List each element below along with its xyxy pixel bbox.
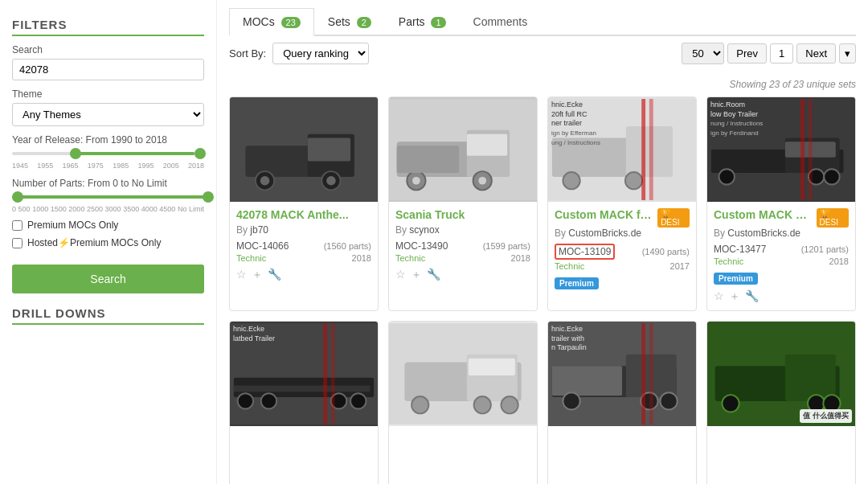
search-button[interactable]: Search <box>12 265 204 293</box>
add-icon-2[interactable]: ＋ <box>411 268 422 282</box>
lightning-icon: ⚡ <box>58 237 70 248</box>
card-4-premium-badge: Premium <box>714 273 758 285</box>
tab-mocs-badge: 23 <box>281 17 301 28</box>
drill-downs-title: DRILL DOWNS <box>12 306 204 325</box>
card-1-title[interactable]: 42078 MACK Anthe... <box>236 208 371 221</box>
page-number-button[interactable]: 1 <box>770 43 793 64</box>
hosted-premium-checkbox[interactable] <box>12 238 23 248</box>
card-2-image <box>389 97 537 202</box>
toolbar: Sort By: Query ranking 50 Prev 1 Next ▾ <box>229 36 856 71</box>
star-icon-4[interactable]: ☆ <box>714 289 724 304</box>
premium-only-label: Premium MOCs Only <box>27 219 118 231</box>
card-3-desi-badge: 🏆 DESI <box>657 208 690 228</box>
card-2-theme-year: Technic 2018 <box>395 253 530 263</box>
card-3-author: By CustomBricks.de <box>555 228 690 239</box>
page-size-select[interactable]: 50 <box>682 43 724 64</box>
card-8-body <box>707 426 855 484</box>
card-4: hnic.Roomlow Boy Trailernung / Instructi… <box>706 96 856 311</box>
card-1-theme: Technic <box>236 253 266 263</box>
svg-rect-11 <box>467 134 507 156</box>
card-2-theme: Technic <box>395 253 425 263</box>
tab-mocs[interactable]: MOCs 23 <box>229 8 314 36</box>
svg-rect-60 <box>785 355 836 401</box>
hosted-label: Hosted <box>27 237 58 248</box>
search-input[interactable] <box>12 59 204 80</box>
year-slider-label: Year of Release: From 1990 to 2018 <box>12 134 204 146</box>
svg-rect-35 <box>234 386 370 392</box>
card-4-parts: (1201 parts) <box>801 244 849 254</box>
card-6-body <box>389 426 537 484</box>
tab-mocs-label: MOCs <box>243 15 275 28</box>
year-ticks: 19451955196519751985199520052018 <box>12 162 204 170</box>
year-slider-container: 19451955196519751985199520052018 <box>12 152 204 170</box>
card-2-actions: ☆ ＋ 🔧 <box>395 268 530 282</box>
hosted-premium-row: Hosted ⚡ Premium MOCs Only <box>12 237 204 248</box>
svg-point-28 <box>719 169 735 184</box>
card-1: 42078 MACK Anthe... By jb70 MOC-14066 (1… <box>229 96 379 311</box>
card-1-theme-year: Technic 2018 <box>236 253 371 263</box>
premium2-label: Premium MOCs Only <box>70 237 161 248</box>
prev-button[interactable]: Prev <box>727 43 767 64</box>
parts-ticks: 050010001500200025003000350040004500No L… <box>12 205 204 213</box>
svg-point-46 <box>411 396 428 413</box>
svg-rect-22 <box>641 99 645 200</box>
next-button[interactable]: Next <box>796 43 836 64</box>
theme-label: Theme <box>12 88 204 100</box>
svg-rect-52 <box>552 366 622 396</box>
card-3-moc-id: MOC-13109 <box>555 244 615 260</box>
svg-point-36 <box>238 393 253 408</box>
pagination-dropdown-button[interactable]: ▾ <box>839 43 856 64</box>
add-icon-1[interactable]: ＋ <box>252 268 263 282</box>
svg-rect-16 <box>397 146 459 173</box>
card-1-body: 42078 MACK Anthe... By jb70 MOC-14066 (1… <box>230 202 378 289</box>
tab-comments[interactable]: Comments <box>460 8 542 36</box>
wrench-icon-1[interactable]: 🔧 <box>268 268 281 282</box>
svg-rect-45 <box>469 359 515 375</box>
tab-parts-badge: 1 <box>431 17 445 28</box>
parts-slider-container: 050010001500200025003000350040004500No L… <box>12 195 204 213</box>
svg-rect-40 <box>323 323 327 425</box>
tab-parts[interactable]: Parts 1 <box>385 8 460 36</box>
card-6 <box>388 321 538 484</box>
card-3-body: Custom MACK full R... 🏆 DESI By CustomBr… <box>548 202 696 296</box>
card-3-parts: (1490 parts) <box>642 247 690 256</box>
card-4-author: By CustomBricks.de <box>714 228 849 239</box>
card-4-year: 2018 <box>829 256 849 266</box>
card-2-year: 2018 <box>511 253 530 263</box>
card-4-actions: ☆ ＋ 🔧 <box>714 289 849 304</box>
tab-bar: MOCs 23 Sets 2 Parts 1 Comments <box>229 8 856 36</box>
card-4-moc-id: MOC-13477 <box>714 244 766 255</box>
parts-slider-label: Number of Parts: From 0 to No Limit <box>12 178 204 189</box>
svg-rect-31 <box>800 99 805 200</box>
star-icon-1[interactable]: ☆ <box>236 268 247 282</box>
svg-rect-56 <box>641 323 645 425</box>
card-5-body <box>230 426 378 484</box>
card-2-author: By scynox <box>395 224 530 236</box>
card-2: Scania Truck By scynox MOC-13490 (1599 p… <box>388 96 538 311</box>
card-3-premium-badge: Premium <box>555 277 599 289</box>
premium-only-checkbox[interactable] <box>12 220 23 231</box>
wrench-icon-2[interactable]: 🔧 <box>427 268 440 282</box>
star-icon-2[interactable]: ☆ <box>395 268 406 282</box>
add-icon-4[interactable]: ＋ <box>729 289 740 304</box>
card-2-title[interactable]: Scania Truck <box>395 208 530 221</box>
svg-point-13 <box>412 177 420 185</box>
card-8: 值 什么值得买 <box>706 321 856 484</box>
sort-select[interactable]: Query ranking <box>272 43 369 64</box>
tab-sets[interactable]: Sets 2 <box>314 8 385 36</box>
sidebar: FILTERS Search Theme Any Themes Year of … <box>0 0 217 484</box>
wrench-icon-4[interactable]: 🔧 <box>745 289 759 304</box>
card-2-moc-id: MOC-13490 <box>395 240 448 252</box>
filters-title: FILTERS <box>12 18 204 36</box>
theme-select[interactable]: Any Themes <box>12 103 204 126</box>
svg-rect-32 <box>809 99 813 200</box>
search-label: Search <box>12 44 204 55</box>
card-grid: 42078 MACK Anthe... By jb70 MOC-14066 (1… <box>229 96 856 484</box>
card-3-title[interactable]: Custom MACK full R... <box>555 208 654 221</box>
card-7-body <box>548 426 696 484</box>
card-1-actions: ☆ ＋ 🔧 <box>236 268 371 282</box>
card-4-title[interactable]: Custom MACK Low ... <box>714 208 813 221</box>
svg-point-47 <box>474 396 491 413</box>
tab-sets-label: Sets <box>328 15 350 28</box>
svg-point-6 <box>326 176 336 186</box>
